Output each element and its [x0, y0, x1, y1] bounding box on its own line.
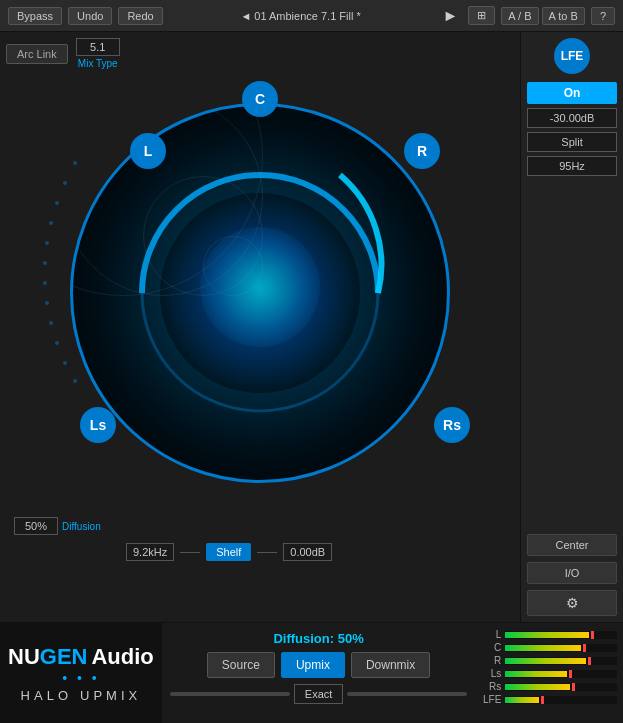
vu-peak-c [583, 644, 586, 652]
vu-label-l: L [481, 629, 501, 640]
ab-button[interactable]: A / B [501, 7, 538, 25]
track-name: ◄ 01 Ambience 7.1 Fill * [169, 10, 433, 22]
svg-point-0 [73, 161, 77, 165]
vu-bar-rs [505, 684, 570, 690]
vu-meters-area: LCRLsRsLFE [475, 623, 623, 723]
arc-link-button[interactable]: Arc Link [6, 44, 68, 64]
svg-point-3 [49, 221, 53, 225]
dot-arc-svg [15, 153, 85, 453]
eq-line-left [180, 552, 200, 553]
right-panel: LFE On -30.00dB Split 95Hz Center I/O ⚙ [520, 32, 623, 622]
exact-button[interactable]: Exact [294, 684, 344, 704]
atob-button[interactable]: A to B [542, 7, 585, 25]
vu-peak-rs [572, 683, 575, 691]
arc-svg [62, 95, 458, 491]
vu-peak-r [588, 657, 591, 665]
exact-slider-right[interactable] [347, 692, 467, 696]
clipboard-button[interactable]: ⊞ [468, 6, 495, 25]
source-button[interactable]: Source [207, 652, 275, 678]
lfe-split-box[interactable]: Split [527, 132, 617, 152]
vu-label-r: R [481, 655, 501, 666]
brand-halo: HALO [21, 688, 72, 703]
brand-audio: Audio [91, 644, 153, 670]
eq-freq[interactable]: 9.2kHz [126, 543, 174, 561]
circular-viz [70, 103, 450, 483]
main-area: Arc Link 5.1 Mix Type C L R Ls Rs [0, 32, 623, 622]
help-button[interactable]: ? [591, 7, 615, 25]
diffusion-row: 50% Diffusion [6, 517, 514, 535]
vu-row-r: R [481, 655, 617, 666]
undo-button[interactable]: Undo [68, 7, 112, 25]
svg-point-7 [45, 301, 49, 305]
eq-db[interactable]: 0.00dB [283, 543, 332, 561]
svg-point-6 [43, 281, 47, 285]
exact-slider-left[interactable] [170, 692, 290, 696]
speaker-rs[interactable]: Rs [434, 407, 470, 443]
play-button[interactable]: ► [438, 7, 462, 25]
svg-point-4 [45, 241, 49, 245]
mix-type-label: Mix Type [78, 58, 118, 69]
diffusion-value[interactable]: 50% [14, 517, 58, 535]
speaker-l[interactable]: L [130, 133, 166, 169]
vu-bar-ls [505, 671, 566, 677]
brand-dots: • • • [62, 670, 99, 686]
upmix-button[interactable]: Upmix [281, 652, 345, 678]
vu-bar-container-r [505, 657, 617, 665]
diffusion-label: Diffusion [62, 521, 101, 532]
controls-row: Arc Link 5.1 Mix Type [6, 38, 514, 69]
vu-label-c: C [481, 642, 501, 653]
lfe-hz-box[interactable]: 95Hz [527, 156, 617, 176]
mix-type-box[interactable]: 5.1 [76, 38, 120, 56]
bypass-button[interactable]: Bypass [8, 7, 62, 25]
gear-button[interactable]: ⚙ [527, 590, 617, 616]
vu-label-rs: Rs [481, 681, 501, 692]
eq-row: 9.2kHz Shelf 0.00dB [6, 543, 514, 569]
vu-bar-container-c [505, 644, 617, 652]
redo-button[interactable]: Redo [118, 7, 162, 25]
vu-row-ls: Ls [481, 668, 617, 679]
svg-point-8 [49, 321, 53, 325]
left-panel: Arc Link 5.1 Mix Type C L R Ls Rs [0, 32, 520, 622]
svg-point-10 [63, 361, 67, 365]
vu-bar-lfe [505, 697, 539, 703]
surround-visualizer: C L R Ls Rs [40, 73, 480, 513]
brand-nu: NU [8, 644, 40, 670]
vu-bar-container-ls [505, 670, 617, 678]
io-button[interactable]: I/O [527, 562, 617, 584]
shelf-button[interactable]: Shelf [206, 543, 251, 561]
center-button[interactable]: Center [527, 534, 617, 556]
vu-row-l: L [481, 629, 617, 640]
top-bar: Bypass Undo Redo ◄ 01 Ambience 7.1 Fill … [0, 0, 623, 32]
bottom-buttons: Source Upmix Downmix [207, 652, 430, 678]
vu-bar-c [505, 645, 581, 651]
status-area: Diffusion: 50% Source Upmix Downmix Exac… [162, 623, 476, 723]
vu-bar-container-rs [505, 683, 617, 691]
svg-point-11 [73, 379, 77, 383]
svg-point-2 [55, 201, 59, 205]
speaker-r[interactable]: R [404, 133, 440, 169]
exact-row: Exact [170, 684, 468, 704]
brand-gen: GEN [40, 644, 88, 670]
downmix-button[interactable]: Downmix [351, 652, 430, 678]
speaker-c[interactable]: C [242, 81, 278, 117]
vu-row-rs: Rs [481, 681, 617, 692]
vu-bar-l [505, 632, 589, 638]
vu-peak-lfe [541, 696, 544, 704]
vu-peak-ls [569, 670, 572, 678]
vu-row-c: C [481, 642, 617, 653]
svg-point-5 [43, 261, 47, 265]
bottom-bar: NU GEN Audio • • • HALO UPMIX Diffusion:… [0, 622, 623, 723]
brand-upmix: UPMIX [80, 688, 141, 703]
speaker-ls[interactable]: Ls [80, 407, 116, 443]
brand-subtitle: HALO UPMIX [21, 688, 142, 703]
lfe-on-button[interactable]: On [527, 82, 617, 104]
vu-bar-r [505, 658, 585, 664]
lfe-speaker-label[interactable]: LFE [554, 38, 590, 74]
eq-line-right [257, 552, 277, 553]
mix-type-container: 5.1 Mix Type [76, 38, 120, 69]
vu-label-lfe: LFE [481, 694, 501, 705]
brand-name: NU GEN Audio [8, 644, 154, 670]
lfe-db-box[interactable]: -30.00dB [527, 108, 617, 128]
svg-point-1 [63, 181, 67, 185]
diffusion-status: Diffusion: 50% [273, 631, 363, 646]
